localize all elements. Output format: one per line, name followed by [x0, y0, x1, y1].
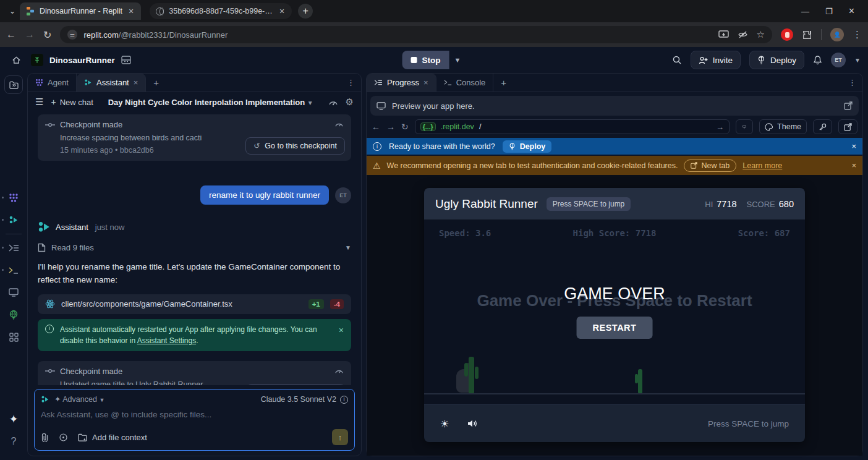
- add-tab-button[interactable]: +: [146, 74, 166, 92]
- goto-checkpoint-button[interactable]: ↺ Go to this checkpoint: [245, 137, 345, 155]
- banner-close-icon[interactable]: ×: [852, 161, 856, 170]
- attach-paperclip-icon[interactable]: [41, 433, 49, 442]
- new-tab-button[interactable]: +: [298, 4, 313, 19]
- tab-agent[interactable]: Agent: [28, 74, 77, 92]
- open-external-icon[interactable]: [844, 101, 853, 110]
- devtools-button[interactable]: [736, 119, 753, 134]
- chat-title-dropdown[interactable]: Day Night Cycle Color Interpolation Impl…: [101, 98, 321, 107]
- rail-sparkle-icon[interactable]: ✦: [4, 410, 23, 428]
- rail-progress-icon[interactable]: [4, 239, 23, 257]
- browser-menu-icon[interactable]: ⋮: [853, 29, 862, 40]
- bookmark-star-icon[interactable]: ☆: [757, 29, 765, 40]
- secrets-key-button[interactable]: [813, 119, 832, 134]
- tab-assistant[interactable]: Assistant ×: [77, 74, 146, 92]
- reload-button[interactable]: ↻: [43, 29, 51, 41]
- preview-address-row[interactable]: Preview your app here.: [370, 96, 859, 116]
- notifications-bell-icon[interactable]: [813, 55, 822, 65]
- model-selector[interactable]: Claude 3.5 Sonnet V2i: [261, 395, 348, 404]
- rail-help-icon[interactable]: ?: [4, 432, 23, 451]
- run-options-chevron[interactable]: ▼: [449, 51, 466, 69]
- tab-console[interactable]: Console: [436, 74, 494, 92]
- learn-more-link[interactable]: Learn more: [742, 161, 782, 170]
- tab-close-icon[interactable]: ×: [423, 78, 428, 87]
- banner-close-icon[interactable]: ×: [339, 324, 344, 337]
- warning-new-tab-button[interactable]: New tab: [684, 160, 736, 172]
- search-icon[interactable]: [672, 55, 682, 65]
- browser-tab-active[interactable]: DinosaurRunner - Replit ×: [20, 2, 141, 20]
- brightness-sun-icon[interactable]: ☀: [440, 418, 449, 430]
- tab-progress[interactable]: Progress ×: [367, 74, 436, 92]
- banner-deploy-button[interactable]: Deploy: [503, 140, 552, 153]
- undo-changes-button[interactable]: ↺ Undo these changes: [247, 384, 345, 385]
- preview-reload-button[interactable]: ↻: [401, 122, 409, 132]
- game-canvas[interactable]: Speed: 3.6 High Score: 7718 Score: 687 G…: [424, 219, 805, 404]
- send-button[interactable]: ↑: [332, 429, 348, 445]
- rail-agent-icon[interactable]: [4, 189, 23, 207]
- tab-close-icon[interactable]: ×: [127, 6, 135, 16]
- rail-shell-icon[interactable]: [4, 261, 23, 279]
- file-change-chip[interactable]: client/src/components/game/GameContainer…: [38, 294, 351, 314]
- user-avatar: ET: [335, 187, 351, 203]
- address-bar[interactable]: ⚌ replit.com/@rabbit2331/DinosaurRunner …: [60, 26, 772, 43]
- restart-button[interactable]: RESTART: [577, 317, 653, 339]
- home-button[interactable]: [7, 51, 25, 69]
- panel-menu-icon[interactable]: ⋮: [842, 74, 862, 92]
- window-maximize-button[interactable]: ❐: [825, 7, 833, 16]
- invite-button[interactable]: Invite: [691, 51, 741, 69]
- rail-deployment-icon[interactable]: [4, 305, 23, 324]
- assistant-settings-link[interactable]: Assistant Settings: [137, 336, 196, 345]
- game-header: Ugly Rabbit Runner Press SPACE to jump H…: [424, 188, 805, 219]
- sound-speaker-icon[interactable]: [467, 419, 478, 428]
- window-close-button[interactable]: ×: [849, 6, 854, 17]
- assistant-input-box[interactable]: ✦ Advanced ▼ Claude 3.5 Sonnet V2i Add f…: [34, 389, 355, 451]
- go-arrow-icon[interactable]: →: [716, 122, 724, 132]
- add-file-context-button[interactable]: Add file context: [78, 433, 147, 442]
- banner-close-icon[interactable]: ×: [851, 142, 856, 151]
- advanced-mode-selector[interactable]: ✦ Advanced ▼: [54, 394, 104, 404]
- open-new-tab-button[interactable]: [838, 119, 857, 134]
- recording-extension-icon[interactable]: [781, 28, 793, 41]
- deploy-balloon-icon: [509, 143, 516, 150]
- stop-button[interactable]: Stop: [402, 51, 449, 69]
- account-avatar[interactable]: ET: [831, 53, 846, 67]
- model-info-icon[interactable]: i: [340, 396, 348, 404]
- back-button[interactable]: ←: [6, 29, 16, 40]
- assistant-prompt-input[interactable]: [41, 410, 348, 426]
- file-path: client/src/components/game/GameContainer…: [61, 299, 302, 309]
- preview-forward-button[interactable]: →: [386, 122, 395, 132]
- restart-info-text: Assistant automatically restarted your A…: [60, 324, 333, 346]
- usage-gauge-icon[interactable]: [328, 98, 338, 106]
- chat-scroll-area[interactable]: Checkpoint made Increase spacing between…: [28, 112, 361, 385]
- browser-profile-avatar[interactable]: 👤: [830, 28, 844, 41]
- workspace-app-name[interactable]: DinosaurRunner: [49, 56, 115, 65]
- deploy-button[interactable]: Deploy: [749, 51, 804, 69]
- tab2-close-icon[interactable]: ×: [278, 6, 286, 16]
- read-files-expander[interactable]: Read 9 files ▼: [38, 243, 351, 252]
- rail-output-icon[interactable]: [4, 283, 23, 302]
- account-chevron-icon[interactable]: ▼: [854, 57, 861, 64]
- rail-apps-grid-icon[interactable]: [4, 328, 23, 346]
- assistant-settings-gear-icon[interactable]: ⚙: [346, 96, 354, 108]
- browser-tab-2[interactable]: 35b696d8-88d7-459c-b99e-84 ×: [150, 3, 292, 19]
- eye-off-icon[interactable]: [738, 30, 748, 39]
- layout-icon[interactable]: [121, 56, 131, 64]
- install-app-icon[interactable]: [718, 30, 729, 39]
- context-target-icon[interactable]: [59, 433, 68, 442]
- theme-button[interactable]: Theme: [759, 119, 807, 134]
- tab-close-icon[interactable]: ×: [134, 78, 138, 87]
- preview-url-field[interactable]: {...} .replit.dev / →: [415, 119, 730, 134]
- panel-menu-icon[interactable]: ⋮: [341, 74, 361, 92]
- forward-button[interactable]: →: [25, 29, 35, 40]
- preview-hint-text: Preview your app here.: [392, 101, 475, 111]
- new-chat-button[interactable]: +New chat: [51, 97, 93, 107]
- tab-search-chevron-icon[interactable]: ⌄: [5, 7, 20, 15]
- window-minimize-button[interactable]: —: [801, 7, 809, 16]
- site-settings-icon[interactable]: ⚌: [67, 30, 77, 40]
- chat-list-icon[interactable]: ☰: [35, 96, 43, 108]
- file-tree-toggle[interactable]: [4, 75, 23, 94]
- add-tab-button[interactable]: +: [493, 74, 514, 92]
- preview-back-button[interactable]: ←: [372, 122, 380, 132]
- chevron-down-icon[interactable]: ▼: [345, 244, 351, 251]
- extensions-puzzle-icon[interactable]: [802, 30, 812, 40]
- rail-assistant-icon[interactable]: [4, 211, 23, 229]
